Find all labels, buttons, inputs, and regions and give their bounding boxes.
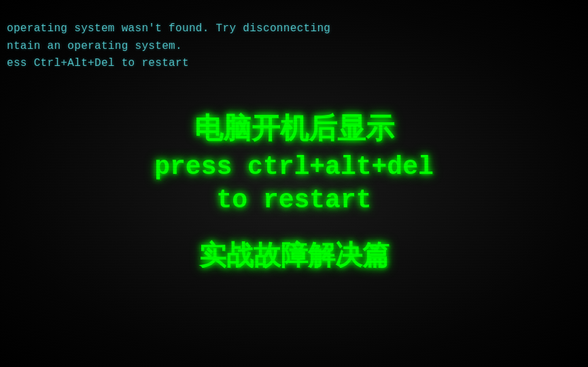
error-line-3: ess Ctrl+Alt+Del to restart: [7, 55, 581, 73]
overlay-content: 电脑开机后显示 press ctrl+alt+del to restart 实战…: [147, 110, 441, 273]
error-line-2: ntain an operating system.: [7, 38, 581, 56]
chinese-subtitle: 实战故障解决篇: [147, 238, 441, 273]
bsod-screen: operating system wasn't found. Try disco…: [0, 0, 588, 367]
error-text-section: operating system wasn't found. Try disco…: [7, 20, 581, 73]
press-ctrl-line: press ctrl+alt+del to restart: [147, 150, 441, 217]
chinese-title: 电脑开机后显示: [147, 110, 441, 147]
error-line-1: operating system wasn't found. Try disco…: [7, 20, 581, 38]
